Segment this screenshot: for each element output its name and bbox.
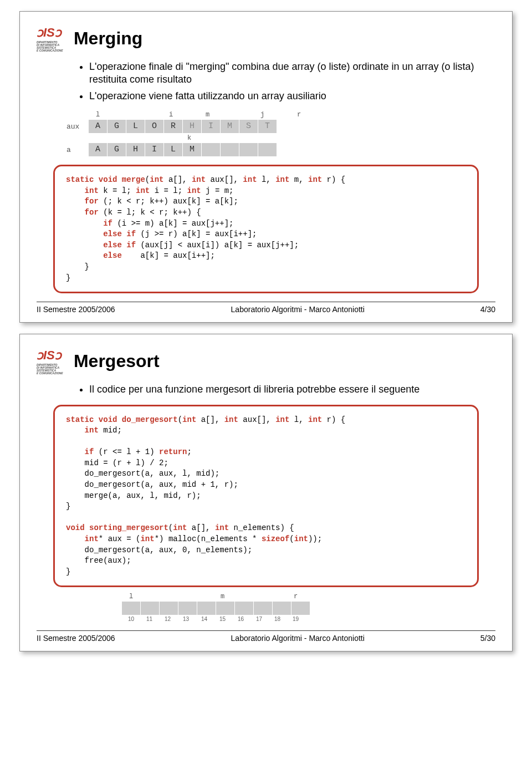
array-visualization: lmr 10111213141516171819 xyxy=(100,593,432,622)
footer-left: II Semestre 2005/2006 xyxy=(37,305,115,314)
footer-center: Laboratorio Algoritmi - Marco Antoniotti xyxy=(231,305,365,314)
footer-right: 4/30 xyxy=(480,305,495,314)
code-block: static void do_mergesort(int a[], int au… xyxy=(53,405,479,588)
header: ↄISɔDIPARTIMENTODI INFORMATICASISTEMISTI… xyxy=(37,26,495,52)
footer-right: 5/30 xyxy=(480,634,495,643)
bullet-item: L'operazione finale di "merging" combina… xyxy=(89,60,495,86)
bullet-item: L'operazione viene fatta utilizzando un … xyxy=(89,90,495,103)
logo: ↄISɔDIPARTIMENTODI INFORMATICASISTEMISTI… xyxy=(37,348,63,375)
slide-1: ↄISɔDIPARTIMENTODI INFORMATICASISTEMISTI… xyxy=(19,11,513,323)
logo: ↄISɔDIPARTIMENTODI INFORMATICASISTEMISTI… xyxy=(37,26,63,52)
footer-center: Laboratorio Algoritmi - Marco Antoniotti xyxy=(231,634,365,643)
slide-title: Mergesort xyxy=(74,351,160,371)
aux-label: aux xyxy=(66,123,89,131)
slide-title: Merging xyxy=(74,28,142,49)
bullets: L'operazione finale di "merging" combina… xyxy=(67,60,495,103)
footer-left: II Semestre 2005/2006 xyxy=(37,634,115,643)
slide-2: ↄISɔDIPARTIMENTODI INFORMATICASISTEMISTI… xyxy=(19,334,513,651)
bullets: Il codice per una funzione mergesort di … xyxy=(67,383,495,396)
a-label: a xyxy=(66,146,89,154)
merge-visualization: limjr auxAGLORHIMST k aAGHILM xyxy=(66,111,466,156)
code-block: static void merge(int a[], int aux[], in… xyxy=(53,165,479,293)
footer: II Semestre 2005/2006 Laboratorio Algori… xyxy=(37,302,495,314)
header: ↄISɔDIPARTIMENTODI INFORMATICASISTEMISTI… xyxy=(37,348,495,375)
footer: II Semestre 2005/2006 Laboratorio Algori… xyxy=(37,630,495,643)
bullet-item: Il codice per una funzione mergesort di … xyxy=(89,383,495,396)
